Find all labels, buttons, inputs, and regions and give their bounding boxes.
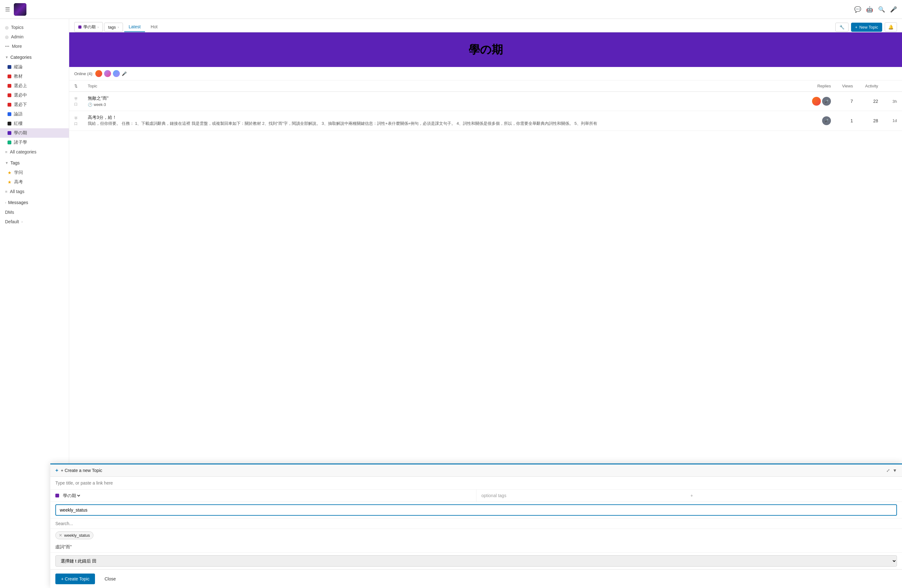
star-icon-高考: ★	[8, 180, 12, 185]
sidebar-item-category-選必上[interactable]: 選必上	[0, 81, 69, 91]
sidebar-item-default[interactable]: Default ›	[0, 217, 69, 227]
categories-section[interactable]: ▼ Categories	[0, 52, 69, 62]
sidebar-item-category-學の期[interactable]: 學の期	[0, 128, 69, 138]
topic-context-label: 虛詞"而"	[55, 544, 72, 549]
sidebar-item-more[interactable]: ••• More	[0, 42, 69, 51]
categories-chevron: ▼	[5, 55, 8, 59]
breadcrumb-tags-arrow: ›	[117, 25, 119, 29]
category-label-選必下: 選必下	[14, 102, 27, 108]
new-topic-button[interactable]: + New Topic	[851, 23, 882, 32]
sidebar-item-category-紅樓[interactable]: 紅樓	[0, 119, 69, 128]
compose-tags-placeholder: optional tags	[481, 493, 688, 498]
default-chevron: ›	[21, 220, 23, 224]
nav-icons: 💬 🤖 🔍 🎤	[854, 6, 897, 13]
sidebar-item-category-選必中[interactable]: 選必中	[0, 91, 69, 100]
messages-label: Messages	[8, 200, 28, 205]
category-label-論語: 論語	[14, 111, 23, 117]
sidebar-topics-label: Topics	[11, 25, 23, 30]
tag-remove-icon[interactable]: ✕	[59, 533, 62, 538]
breadcrumb-tab-tags[interactable]: tags ›	[104, 23, 123, 32]
row2-excerpt: 我給，但你得要。 任務： 1、下載虛詞辭典，鏈接在這裡 我是雲盤，或複製回車如下…	[88, 120, 802, 127]
online-bar: Online (4): 🎤	[69, 67, 902, 80]
tags-chevron: ▼	[5, 161, 8, 165]
col-views-header: Views	[836, 80, 858, 92]
category-dot-學の期	[8, 131, 11, 135]
row2-avatar-1: 🎤	[822, 116, 831, 125]
sidebar-tag-高考[interactable]: ★ 高考	[0, 177, 69, 187]
row1-icons: 平口	[69, 92, 83, 111]
tab-hot[interactable]: Hot	[146, 22, 162, 32]
clock-icon: 🕐	[88, 103, 92, 107]
notifications-button[interactable]: 🔔	[885, 22, 897, 32]
sidebar-item-category-諸子學[interactable]: 諸子學	[0, 138, 69, 147]
online-avatar-2	[104, 70, 111, 77]
row1-topic-title[interactable]: 無敵之"而"	[88, 95, 108, 101]
hamburger-icon[interactable]: ☰	[5, 6, 10, 13]
new-topic-label: New Topic	[859, 25, 878, 30]
sidebar-item-category-教材[interactable]: 教材	[0, 72, 69, 81]
create-topic-button[interactable]: + Create Topic	[55, 574, 95, 584]
tab-latest[interactable]: Latest	[124, 22, 145, 32]
compose-collapse-button[interactable]: ▼	[893, 468, 897, 473]
tag-input-field[interactable]	[55, 504, 897, 516]
sidebar-item-all-tags[interactable]: ≡ All tags	[0, 187, 69, 196]
sidebar-admin-label: Admin	[11, 34, 23, 39]
bot-icon[interactable]: 🤖	[866, 6, 873, 13]
sidebar-item-admin[interactable]: ◎ Admin	[0, 32, 69, 42]
compose-category-dot	[55, 494, 59, 497]
sidebar-item-category-縱論[interactable]: 縱論	[0, 62, 69, 72]
star-icon-学问: ★	[8, 170, 12, 175]
col-topic-header: Topic	[83, 80, 807, 92]
sidebar-item-category-論語[interactable]: 論語	[0, 109, 69, 119]
compose-expand-button[interactable]: ⤢	[886, 468, 890, 473]
search-icon[interactable]: 🔍	[878, 6, 885, 13]
sidebar-item-topics[interactable]: ◎ Topics	[0, 23, 69, 32]
tag-label-学问: 学问	[14, 170, 23, 175]
compose-topic-select[interactable]: 選擇鏈 t 此鑄后 田	[55, 555, 897, 567]
tag-search-input[interactable]	[50, 519, 902, 529]
sidebar-more-label: More	[12, 44, 22, 49]
compose-category-selector[interactable]: 學の期	[50, 489, 476, 502]
close-compose-button[interactable]: Close	[99, 574, 121, 584]
row1-activity: 3h	[883, 92, 902, 111]
category-dot-紅樓	[8, 122, 11, 125]
compose-title-input[interactable]	[50, 477, 902, 489]
table-row: 平口 無敵之"而" 🕐 week-3	[69, 92, 902, 111]
compose-fields: 學の期 optional tags +	[50, 489, 902, 502]
new-topic-plus: +	[855, 25, 858, 30]
compose-category-select[interactable]: 學の期	[62, 493, 81, 498]
row2-topic-title[interactable]: 高考3分，給！	[88, 115, 117, 120]
compose-body: 學の期 optional tags + ✕ weekly_status 虛詞"而…	[50, 477, 902, 569]
mic-icon[interactable]: 🎤	[890, 6, 897, 13]
compose-tags-field[interactable]: optional tags +	[476, 489, 902, 502]
category-dot-選必中	[8, 93, 11, 97]
compose-tags-plus: +	[691, 493, 897, 498]
compose-select-row: 選擇鏈 t 此鑄后 田	[50, 553, 902, 569]
tag-chip-weekly-status[interactable]: ✕ weekly_status	[55, 532, 93, 539]
tags-section[interactable]: ▼ Tags	[0, 158, 69, 168]
table-row: 平口 高考3分，給！ 我給，但你得要。 任務： 1、下載虛詞辭典，鏈接在這裡 我…	[69, 111, 902, 131]
tag-search-row	[50, 519, 902, 529]
all-categories-label: All categories	[10, 149, 36, 155]
filter-button[interactable]: 🔧	[835, 23, 849, 32]
messages-section[interactable]: › Messages	[0, 197, 69, 208]
row1-replies: 7	[836, 92, 858, 111]
all-categories-icon: ≡	[5, 150, 8, 155]
sidebar-item-dms[interactable]: DMs	[0, 208, 69, 217]
category-label-選必中: 選必中	[14, 92, 27, 98]
sidebar-item-category-選必下[interactable]: 選必下	[0, 100, 69, 109]
tab-bar: 學の期 › tags › Latest Hot 🔧 + New Topic 🔔	[69, 19, 902, 32]
topics-table: ⇅ Topic Replies Views Activity 平口 無敵之"而"	[69, 80, 902, 131]
sidebar-tag-学问[interactable]: ★ 学问	[0, 168, 69, 177]
row1-tag: 🕐 week-3	[88, 103, 106, 107]
logo-image	[14, 3, 27, 16]
row1-views: 22	[858, 92, 883, 111]
row2-replies: 1	[836, 111, 858, 131]
banner-title: 學の期	[468, 42, 503, 58]
sidebar-item-all-categories[interactable]: ≡ All categories	[0, 147, 69, 156]
row2-icons: 平口	[69, 111, 83, 131]
breadcrumb-tab-category[interactable]: 學の期 ›	[74, 22, 103, 32]
breadcrumb-category-label: 學の期	[83, 24, 96, 30]
category-label-學の期: 學の期	[14, 130, 27, 136]
chat-icon[interactable]: 💬	[854, 6, 861, 13]
